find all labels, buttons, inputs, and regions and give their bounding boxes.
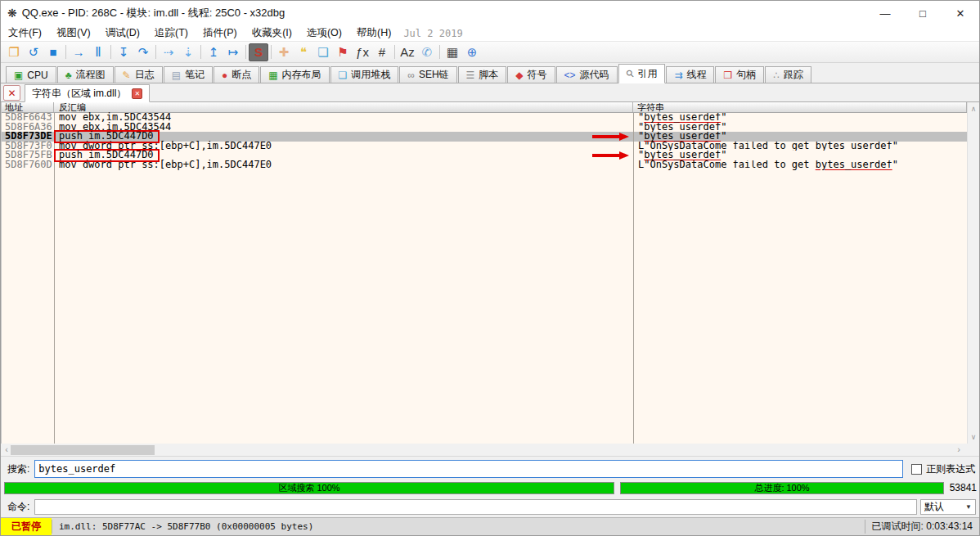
- donate-globe-button[interactable]: ⊕: [462, 43, 482, 61]
- breakpoint-dot-icon: ●: [222, 70, 227, 80]
- close-all-tabs-button[interactable]: ✕: [3, 85, 20, 101]
- address-cell: 5D8F6643: [2, 113, 54, 123]
- tab-log[interactable]: ✎ 日志: [115, 66, 163, 83]
- horizontal-scroll-thumb[interactable]: [11, 445, 155, 455]
- command-label: 命令:: [7, 500, 29, 514]
- tab-script[interactable]: ☰ 脚本: [458, 66, 507, 83]
- tab-handles[interactable]: ❒ 句柄: [715, 66, 764, 83]
- fx-icon: ƒx: [356, 46, 369, 58]
- command-mode-dropdown[interactable]: 默认 ▼: [920, 499, 976, 515]
- globe-icon: ⊕: [467, 46, 478, 58]
- calculator-button[interactable]: ▦: [443, 43, 462, 61]
- restart-icon: ↺: [29, 46, 39, 58]
- run-button[interactable]: →: [69, 43, 88, 61]
- notify-button[interactable]: ✆: [417, 43, 437, 61]
- comment-hash-button[interactable]: #: [372, 43, 392, 61]
- script-scroll-icon: ☰: [466, 70, 475, 80]
- close-all-icon: ✕: [7, 88, 16, 99]
- horizontal-scrollbar[interactable]: ‹ ›: [1, 444, 979, 457]
- case-toggle-button[interactable]: Az: [398, 43, 417, 61]
- tab-threads[interactable]: ⇉ 线程: [666, 66, 714, 83]
- pause-button[interactable]: Ⅱ: [88, 43, 108, 61]
- restart-button[interactable]: ↺: [24, 43, 43, 61]
- tab-notes[interactable]: ▤ 笔记: [164, 66, 213, 83]
- tab-breakpoints[interactable]: ● 断点: [214, 66, 259, 83]
- cpu-chip-icon: ▣: [14, 70, 23, 80]
- functions-button[interactable]: ƒx: [353, 43, 372, 61]
- tab-graph[interactable]: ♣ 流程图: [57, 66, 114, 83]
- search-match-text: bytes_userdef: [644, 123, 721, 133]
- bookmarks-button[interactable]: ⚑: [333, 43, 353, 61]
- column-header-address[interactable]: 地址: [2, 102, 54, 112]
- run-arrow-icon: →: [73, 46, 85, 58]
- tab-references[interactable]: ⚲ 引用: [618, 64, 666, 83]
- table-row[interactable]: 5D8F75FB push im.5DC447D0 "bytes_userdef…: [2, 151, 967, 160]
- close-icon: ✕: [956, 7, 965, 20]
- menu-item[interactable]: 选项(O): [299, 25, 349, 41]
- toolbar-separator: [439, 45, 440, 59]
- scroll-up-icon[interactable]: ∧: [968, 105, 979, 113]
- regex-checkbox[interactable]: [911, 464, 922, 475]
- labels-button[interactable]: ❏: [313, 43, 333, 61]
- title-bar: ❋ QQ.exe - PID: 268C - 模块: im.dll - 线程: …: [1, 1, 979, 25]
- menu-item[interactable]: 调试(D): [98, 25, 147, 41]
- search-input[interactable]: [34, 460, 903, 478]
- debug-time-label: 已调试时间: 0:03:43:14: [865, 518, 979, 535]
- vertical-scrollbar[interactable]: ∧ ∨: [967, 102, 979, 444]
- tab-memory-map[interactable]: ▦ 内存布局: [260, 66, 329, 83]
- maximize-button[interactable]: □: [904, 1, 942, 25]
- search-match-text: bytes_userdef: [644, 113, 721, 123]
- animate-over-button[interactable]: ⇣: [178, 43, 198, 61]
- tab-cpu[interactable]: ▣ CPU: [6, 66, 56, 83]
- scroll-down-icon[interactable]: ∨: [968, 433, 979, 441]
- string-suffix: ": [892, 160, 898, 170]
- instruction-text: push im.5DC447D0: [54, 149, 160, 162]
- disassembly-cell: push im.5DC447D0: [54, 132, 633, 142]
- chevron-down-icon: ▼: [965, 503, 972, 511]
- run-to-user-code-button[interactable]: ↦: [223, 43, 243, 61]
- column-header-string[interactable]: 字符串: [633, 102, 967, 112]
- tab-symbols[interactable]: ◆ 符号: [507, 66, 555, 83]
- menu-item[interactable]: 追踪(T): [147, 25, 196, 41]
- run-to-user-code-icon: ↦: [228, 46, 239, 58]
- references-subtab-bar: ✕ 字符串（区域 im.dll） ✕: [1, 83, 979, 102]
- patches-button[interactable]: ✚: [274, 43, 294, 61]
- string-suffix: ": [721, 113, 726, 123]
- stop-button[interactable]: ■: [43, 43, 63, 61]
- open-file-button[interactable]: ❐: [4, 43, 24, 61]
- scroll-right-icon[interactable]: ›: [953, 444, 964, 457]
- strings-region-subtab[interactable]: 字符串（区域 im.dll） ✕: [25, 84, 150, 102]
- animate-into-button[interactable]: ⇢: [159, 43, 178, 61]
- table-row[interactable]: 5D8F73DE push im.5DC447D0 "bytes_userdef…: [2, 132, 967, 142]
- comment-bubble-icon: ❝: [300, 46, 307, 58]
- toolbar-separator: [155, 45, 156, 59]
- step-into-button[interactable]: ↧: [114, 43, 133, 61]
- minimize-button[interactable]: —: [866, 1, 904, 25]
- menu-item[interactable]: 插件(P): [196, 25, 245, 41]
- execute-till-return-button[interactable]: ↥: [204, 43, 223, 61]
- source-mode-toggle[interactable]: S: [249, 43, 268, 61]
- region-search-progress-bar: 区域搜索 100%: [4, 482, 614, 494]
- close-button[interactable]: ✕: [942, 1, 979, 25]
- menu-item[interactable]: 帮助(H): [349, 25, 398, 41]
- menu-item[interactable]: 视图(V): [49, 25, 98, 41]
- step-over-button[interactable]: ↷: [133, 43, 153, 61]
- subtab-close-button[interactable]: ✕: [132, 88, 142, 99]
- command-input[interactable]: [34, 499, 917, 515]
- tab-trace[interactable]: ∴ 跟踪: [765, 66, 811, 83]
- command-row: 命令: 默认 ▼: [1, 496, 979, 517]
- source-s-icon: S: [254, 46, 263, 58]
- comments-button[interactable]: ❝: [294, 43, 313, 61]
- string-suffix: ": [721, 151, 726, 160]
- menu-item[interactable]: 文件(F): [1, 25, 49, 41]
- tab-call-stack[interactable]: ❏ 调用堆栈: [330, 66, 399, 83]
- menu-item[interactable]: 收藏夹(I): [245, 25, 299, 41]
- regex-label: 正则表达式: [926, 462, 975, 476]
- notes-pages-icon: ▤: [172, 70, 181, 80]
- tab-source[interactable]: <> 源代码: [556, 66, 618, 83]
- search-match-text: bytes_userdef: [644, 132, 721, 142]
- progress-row: 区域搜索 100% 总进度: 100% 53841: [1, 481, 979, 496]
- symbols-book-icon: ◆: [515, 70, 523, 80]
- tab-seh[interactable]: ∞ SEH链: [399, 66, 456, 83]
- minimize-icon: —: [880, 7, 891, 20]
